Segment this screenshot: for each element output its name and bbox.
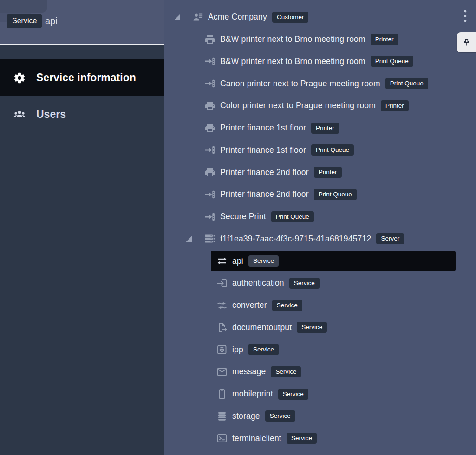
expander-slot <box>186 58 192 65</box>
expander-icon[interactable] <box>186 235 192 242</box>
kebab-menu-icon <box>461 9 470 25</box>
tree-row-label: converter <box>232 300 267 310</box>
print-queue-icon <box>204 211 215 222</box>
tree-row[interactable]: Printer finance 1st floorPrinter <box>164 117 476 139</box>
tree-row-label: storage <box>232 411 260 421</box>
tree-row-body: storageService <box>211 406 456 426</box>
tree-row-type-badge: Print Queue <box>314 189 357 200</box>
printer-icon <box>204 123 215 134</box>
tree-row-label: mobileprint <box>232 389 273 399</box>
tree-row-body: Printer finance 2nd floorPrinter <box>199 162 456 182</box>
print-queue-icon <box>204 189 215 200</box>
expander-slot <box>186 125 192 131</box>
tree-row-type-badge: Print Queue <box>385 78 428 89</box>
expander-slot <box>186 80 192 87</box>
tree-row[interactable]: Color printer next to Prague meeting roo… <box>164 95 476 117</box>
tree-row[interactable]: Printer finance 1st floorPrint Queue <box>164 139 476 162</box>
tree-row-type-badge: Service <box>271 366 301 377</box>
tree-row-type-badge: Print Queue <box>271 211 314 222</box>
expander-slot <box>186 214 192 220</box>
document-output-icon <box>216 322 228 333</box>
tree: Acme CompanyCustomerB&W printer next to … <box>164 0 476 455</box>
tree-row-body: f1f1ea39-7aac-4f3c-9715-41a681945712Serv… <box>199 228 456 249</box>
sidebar-item-service-information[interactable]: Service information <box>0 59 164 96</box>
sidebar-item-label: Users <box>36 108 66 121</box>
tree-row-label: message <box>232 367 266 377</box>
tree-row-body: Canon printer next to Prague meeting roo… <box>199 73 456 94</box>
tree-row[interactable]: messageService <box>164 361 476 383</box>
tree-row-type-badge: Service <box>278 389 308 400</box>
login-icon <box>216 278 228 289</box>
tree-row[interactable]: Printer finance 2nd floorPrint Queue <box>164 183 476 206</box>
printer-icon <box>204 167 215 178</box>
tree-row-body: B&W printer next to Brno meeting roomPri… <box>199 29 456 50</box>
storage-icon <box>216 410 228 422</box>
tree-row[interactable]: terminalclientService <box>164 427 476 449</box>
tree-row-type-badge: Printer <box>311 123 339 134</box>
tree-row-label: documentoutput <box>232 323 292 332</box>
tree-row[interactable]: B&W printer next to Brno meeting roomPri… <box>164 51 476 73</box>
customer-icon <box>192 12 203 23</box>
sidebar-item-users[interactable]: Users <box>0 96 164 133</box>
api-icon <box>216 255 228 266</box>
tree-row-body: Acme CompanyCustomer <box>187 7 456 27</box>
print-queue-icon <box>204 56 215 67</box>
tree-row-type-badge: Service <box>265 410 295 422</box>
entity-type-badge: Service <box>7 14 42 28</box>
converter-icon <box>216 300 228 311</box>
tree-row-body: terminalclientService <box>211 428 456 448</box>
expander-slot <box>186 36 192 43</box>
tree-row-label: Secure Print <box>220 212 266 221</box>
tree-row[interactable]: B&W printer next to Brno meeting roomPri… <box>164 28 476 51</box>
tree-row-label: Printer finance 1st floor <box>220 145 306 155</box>
tree-row-type-badge: Print Queue <box>371 56 413 67</box>
expander-slot <box>186 147 192 153</box>
tree-row-label: Printer finance 1st floor <box>220 123 306 133</box>
tree-row-type-badge: Customer <box>272 12 309 23</box>
tree-row[interactable]: storageService <box>164 405 476 428</box>
tree-row-label: api <box>232 256 243 266</box>
expander-slot <box>198 435 204 442</box>
tree-row-label: authentication <box>232 278 284 288</box>
pin-button[interactable] <box>457 32 476 52</box>
printer-icon <box>204 100 215 111</box>
kebab-menu-button[interactable] <box>459 8 472 26</box>
tree-row-body: ippService <box>211 339 456 360</box>
tree-row-body: Printer finance 2nd floorPrint Queue <box>199 184 456 205</box>
expander-icon[interactable] <box>174 14 180 20</box>
tree-row-body: mobileprintService <box>211 384 456 404</box>
tree-row[interactable]: f1f1ea39-7aac-4f3c-9715-41a681945712Serv… <box>164 228 476 250</box>
tree-row-label: Canon printer next to Prague meeting roo… <box>220 79 380 89</box>
expander-slot <box>186 169 192 176</box>
tree-row[interactable]: Printer finance 2nd floorPrinter <box>164 161 476 183</box>
tree-row[interactable]: Canon printer next to Prague meeting roo… <box>164 72 476 95</box>
tree-row[interactable]: mobileprintService <box>164 383 476 405</box>
print-queue-icon <box>204 78 215 89</box>
expander-slot <box>186 191 192 198</box>
tree-row-body: Printer finance 1st floorPrinter <box>199 118 456 138</box>
tree-row-label: Printer finance 2nd floor <box>220 168 309 177</box>
tree-row[interactable]: documentoutputService <box>164 317 476 339</box>
expander-slot <box>198 258 204 264</box>
sidebar-item-label: Service information <box>36 72 136 84</box>
sidebar-menu: Service information Users <box>0 45 164 455</box>
expander-slot <box>186 103 192 109</box>
tree-row-label: Printer finance 2nd floor <box>220 189 309 199</box>
expander-slot <box>198 324 204 331</box>
pin-icon <box>462 38 472 48</box>
tree-row-label: B&W printer next to Brno meeting room <box>220 34 365 44</box>
tree-row[interactable]: ippService <box>164 338 476 361</box>
tree-row-body: authenticationService <box>211 273 456 293</box>
tree-row[interactable]: authenticationService <box>164 272 476 294</box>
expander-slot <box>198 346 204 353</box>
tree-row[interactable]: apiService <box>164 250 476 272</box>
entity-title: api <box>45 16 58 26</box>
tree-row[interactable]: Acme CompanyCustomer <box>164 6 476 28</box>
tree-row-type-badge: Service <box>248 255 279 266</box>
terminal-icon <box>216 433 228 444</box>
tree-row-body: B&W printer next to Brno meeting roomPri… <box>199 51 456 72</box>
tree-row-body: messageService <box>211 362 456 382</box>
tree-row[interactable]: converterService <box>164 294 476 317</box>
tree-row[interactable]: Secure PrintPrint Queue <box>164 206 476 228</box>
expander-slot <box>198 413 204 419</box>
